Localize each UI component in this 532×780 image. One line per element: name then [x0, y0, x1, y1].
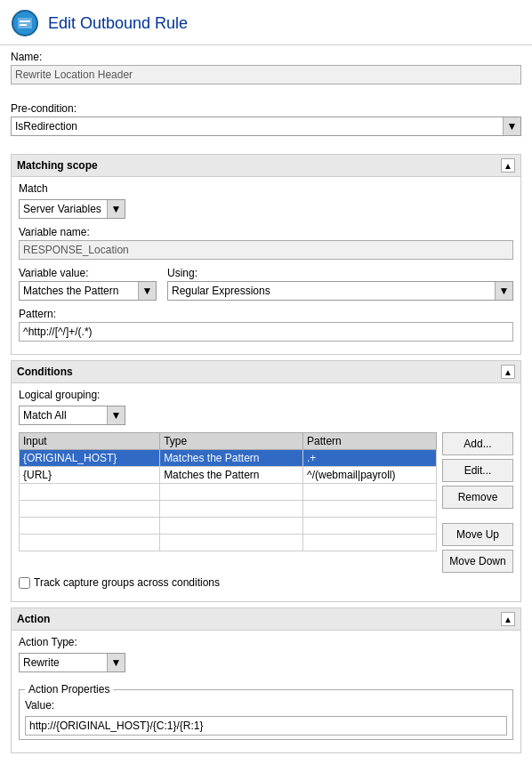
table-row-empty [20, 484, 437, 501]
match-type-wrapper: Server Variables Response Headers ▼ [19, 199, 125, 219]
cell-type: Matches the Pattern [160, 450, 303, 467]
action-collapse-btn[interactable]: ▲ [501, 612, 515, 626]
action-properties-title: Action Properties [25, 683, 113, 696]
track-checkbox[interactable] [19, 577, 30, 589]
match-type-select[interactable]: Server Variables Response Headers [19, 199, 125, 219]
logical-grouping-wrapper: Match All Match Any ▼ [19, 406, 125, 425]
col-pattern: Pattern [303, 433, 437, 450]
matching-scope-title: Matching scope [17, 159, 98, 172]
cell-pattern: .+ [303, 450, 437, 467]
conditions-table-header-row: Input Type Pattern [20, 433, 437, 450]
table-row-empty [20, 535, 437, 551]
action-value-label: Value: [25, 699, 507, 712]
rule-icon [11, 9, 39, 37]
action-title: Action [17, 613, 50, 625]
pattern-input[interactable] [19, 322, 513, 342]
precondition-select-wrapper: IsRedirection (none) ▼ [11, 117, 521, 136]
action-header: Action ▲ [12, 608, 520, 631]
precondition-select[interactable]: IsRedirection (none) [11, 117, 521, 136]
table-row[interactable]: {URL} Matches the Pattern ^/(webmail|pay… [20, 467, 437, 484]
action-section: Action ▲ Action Type: Rewrite Redirect C… [11, 607, 521, 753]
track-checkbox-row: Track capture groups across conditions [19, 573, 513, 589]
matching-scope-content: Match Server Variables Response Headers … [12, 177, 520, 347]
conditions-content: Logical grouping: Match All Match Any ▼ … [12, 383, 520, 594]
variable-using-row: Variable value: Matches the Pattern Does… [19, 267, 513, 301]
add-button[interactable]: Add... [442, 432, 513, 455]
remove-button[interactable]: Remove [442, 486, 513, 509]
conditions-section: Conditions ▲ Logical grouping: Match All… [11, 360, 521, 602]
using-label: Using: [167, 267, 513, 279]
action-type-wrapper: Rewrite Redirect Custom Response Abort R… [19, 653, 125, 672]
variable-value-select[interactable]: Matches the Pattern Does Not Match the P… [19, 281, 157, 301]
using-select[interactable]: Regular Expressions Wildcards Exact Matc… [167, 281, 513, 301]
matching-scope-section: Matching scope ▲ Match Server Variables … [11, 154, 521, 355]
cell-input: {ORIGINAL_HOST} [20, 450, 160, 467]
variable-value-label: Variable value: [19, 267, 157, 279]
table-row-empty [20, 501, 437, 518]
col-input: Input [20, 433, 160, 450]
edit-button[interactable]: Edit... [442, 459, 513, 482]
variable-name-input[interactable] [19, 240, 513, 260]
move-up-button[interactable]: Move Up [442, 523, 513, 546]
matching-scope-header: Matching scope ▲ [12, 155, 520, 177]
page-title: Edit Outbound Rule [48, 14, 188, 33]
track-checkbox-label: Track capture groups across conditions [34, 576, 220, 589]
action-content: Action Type: Rewrite Redirect Custom Res… [12, 631, 520, 745]
matching-scope-collapse-btn[interactable]: ▲ [501, 158, 515, 173]
cell-pattern: ^/(webmail|payroll) [303, 467, 437, 484]
conditions-title: Conditions [17, 366, 73, 378]
action-type-label: Action Type: [19, 636, 513, 648]
conditions-header: Conditions ▲ [12, 361, 520, 383]
conditions-table: Input Type Pattern {ORIGINAL_HOST} Match… [19, 432, 437, 551]
variable-name-label: Variable name: [19, 226, 513, 238]
precondition-label: Pre-condition: [11, 102, 521, 115]
name-field-group: Name: [0, 45, 532, 90]
using-wrapper: Regular Expressions Wildcards Exact Matc… [167, 281, 513, 301]
action-value-input[interactable] [25, 716, 507, 736]
col-type: Type [160, 433, 303, 450]
conditions-collapse-btn[interactable]: ▲ [501, 365, 515, 379]
table-row[interactable]: {ORIGINAL_HOST} Matches the Pattern .+ [20, 450, 437, 467]
variable-value-wrapper: Matches the Pattern Does Not Match the P… [19, 281, 157, 301]
page-header: Edit Outbound Rule [0, 0, 532, 45]
logical-grouping-label: Logical grouping: [19, 389, 513, 401]
pattern-label: Pattern: [19, 308, 513, 320]
precondition-group: Pre-condition: IsRedirection (none) ▼ [0, 97, 532, 141]
name-input[interactable] [11, 65, 521, 84]
conditions-buttons: Add... Edit... Remove Move Up Move Down [442, 432, 513, 573]
action-properties-box: Action Properties Value: [19, 683, 513, 740]
variable-value-col: Variable value: Matches the Pattern Does… [19, 267, 157, 301]
action-type-select[interactable]: Rewrite Redirect Custom Response Abort R… [19, 653, 125, 672]
cell-input: {URL} [20, 467, 160, 484]
name-label: Name: [11, 51, 521, 63]
cell-type: Matches the Pattern [160, 467, 303, 484]
conditions-table-container: Input Type Pattern {ORIGINAL_HOST} Match… [19, 432, 437, 573]
table-row-empty [20, 518, 437, 535]
using-col: Using: Regular Expressions Wildcards Exa… [167, 267, 513, 301]
logical-grouping-select[interactable]: Match All Match Any [19, 406, 125, 425]
match-label: Match [19, 182, 513, 195]
move-down-button[interactable]: Move Down [442, 550, 513, 573]
conditions-table-area: Input Type Pattern {ORIGINAL_HOST} Match… [19, 432, 513, 573]
